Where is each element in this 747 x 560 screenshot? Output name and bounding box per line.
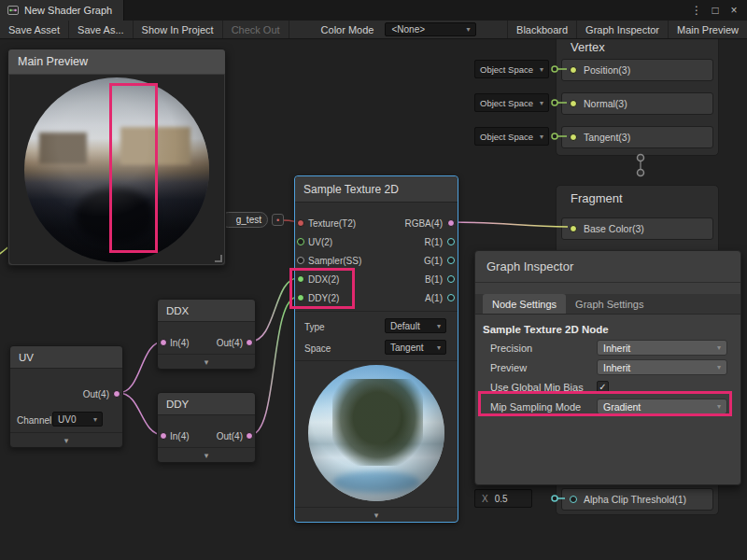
- port-label: Out(4): [217, 338, 243, 348]
- precision-dropdown[interactable]: Inherit ▾: [597, 340, 727, 356]
- alpha-clip-value-field[interactable]: X 0.5: [474, 489, 532, 508]
- toolbar-spacer: [480, 21, 507, 38]
- texture-property-port[interactable]: •: [272, 214, 284, 226]
- port-label: UV(2): [308, 237, 332, 247]
- texture-input-port[interactable]: [297, 219, 304, 227]
- type-dropdown[interactable]: Default ▾: [385, 318, 446, 333]
- type-value: Default: [390, 321, 420, 331]
- base-color-port[interactable]: [570, 225, 577, 232]
- show-in-project-button[interactable]: Show In Project: [134, 21, 223, 38]
- preview-label: Preview: [490, 362, 597, 373]
- tab-node-settings[interactable]: Node Settings: [483, 294, 566, 314]
- use-global-mip-bias-checkbox[interactable]: ✓: [597, 381, 609, 393]
- sample-texture-2d-node[interactable]: Sample Texture 2D Texture(T2) UV(2) Samp…: [294, 175, 458, 523]
- ddx-collapse-button[interactable]: ▾: [158, 354, 255, 369]
- mip-sampling-mode-dropdown[interactable]: Gradient ▾: [597, 399, 727, 414]
- texture-property-node[interactable]: g_test: [220, 212, 268, 228]
- rgba-output-port[interactable]: [447, 219, 455, 227]
- position-block-row[interactable]: Position(3): [561, 59, 713, 81]
- collapse-preview-button[interactable]: ▾: [295, 507, 458, 522]
- space-value: Tangent: [390, 343, 424, 353]
- g-output-port[interactable]: [447, 257, 455, 264]
- ddy-in-port[interactable]: [160, 432, 167, 440]
- main-preview-sphere: [24, 77, 209, 262]
- normal-block-row[interactable]: Normal(3): [561, 92, 713, 115]
- a-output-port[interactable]: [447, 294, 455, 301]
- main-preview-body: [9, 75, 224, 264]
- space-dropdown[interactable]: Tangent ▾: [385, 340, 446, 355]
- tangent-port[interactable]: [570, 133, 577, 141]
- position-space-dropdown[interactable]: Object Space ▾: [474, 60, 549, 78]
- ddy-node[interactable]: DDY In(4) Out(4) ▾: [157, 392, 256, 463]
- r-output-port[interactable]: [447, 238, 455, 245]
- vertex-block[interactable]: Vertex Position(3) Normal(3) Tangent(3): [556, 34, 719, 156]
- save-as-button[interactable]: Save As...: [69, 21, 134, 38]
- save-asset-button[interactable]: Save Asset: [0, 21, 69, 38]
- ddx-out-port[interactable]: [246, 339, 253, 346]
- normal-port[interactable]: [570, 100, 577, 107]
- ddx-input-port[interactable]: [297, 275, 304, 283]
- tab-graph-settings[interactable]: Graph Settings: [566, 294, 653, 314]
- window-menu-button[interactable]: ⋮: [687, 1, 706, 20]
- close-button[interactable]: ×: [725, 1, 743, 20]
- tangent-block-row[interactable]: Tangent(3): [561, 126, 713, 148]
- sample-texture-node-title: Sample Texture 2D: [295, 176, 458, 203]
- channel-value: UV0: [58, 414, 76, 425]
- tangent-label: Tangent(3): [584, 132, 630, 143]
- collapse-icon: ▾: [64, 436, 69, 445]
- mip-mode-label: Mip Sampling Mode: [490, 401, 597, 413]
- main-preview-button[interactable]: Main Preview: [668, 21, 747, 38]
- dot-icon: •: [276, 216, 279, 225]
- resize-grip-icon[interactable]: [215, 255, 222, 262]
- sphere-shading: [308, 365, 444, 501]
- alpha-clip-row[interactable]: Alpha Clip Threshold(1): [561, 488, 713, 511]
- graph-inspector-button[interactable]: Graph Inspector: [576, 21, 668, 38]
- channel-dropdown[interactable]: UV0 ▾: [52, 412, 103, 427]
- inspector-body: Sample Texture 2D Node Precision Inherit…: [475, 318, 740, 484]
- ddy-out-port[interactable]: [246, 432, 253, 440]
- main-preview-panel[interactable]: Main Preview: [7, 49, 226, 266]
- mip-bias-row: Use Global Mip Bias ✓: [475, 377, 740, 397]
- main-preview-title: Main Preview: [8, 49, 225, 74]
- uv-out-port[interactable]: [113, 390, 120, 398]
- texture-property-label: g_test: [236, 215, 261, 225]
- b-output-port[interactable]: [447, 275, 455, 283]
- maximize-button[interactable]: □: [706, 1, 725, 20]
- graph-inspector-panel[interactable]: Graph Inspector Node Settings Graph Sett…: [474, 250, 741, 485]
- inspector-tab-bar: Node Settings Graph Settings: [475, 294, 740, 315]
- color-mode-value: <None>: [391, 24, 425, 35]
- uv-collapse-button[interactable]: ▾: [10, 432, 122, 447]
- uv-input-port[interactable]: [297, 238, 304, 245]
- normal-label: Normal(3): [584, 98, 627, 109]
- title-bar: New Shader Graph ⋮ □ ×: [0, 0, 747, 21]
- ddy-collapse-button[interactable]: ▾: [158, 447, 255, 462]
- base-color-row[interactable]: Base Color(3): [561, 217, 713, 240]
- toolbar: Save Asset Save As... Show In Project Ch…: [0, 21, 747, 39]
- alpha-clip-port[interactable]: [570, 496, 577, 503]
- ddy-node-title: DDY: [158, 393, 255, 415]
- shader-graph-window: Vertex Position(3) Normal(3) Tangent(3) …: [0, 0, 747, 560]
- uv-node-title: UV: [10, 346, 122, 369]
- shader-graph-icon: [7, 5, 19, 16]
- tangent-space-dropdown[interactable]: Object Space ▾: [474, 127, 549, 146]
- document-tab[interactable]: New Shader Graph: [0, 0, 124, 21]
- window-controls: ⋮ □ ×: [687, 1, 747, 20]
- ddx-node[interactable]: DDX In(4) Out(4) ▾: [157, 299, 256, 370]
- sampler-input-port[interactable]: [297, 257, 304, 264]
- port-label: G(1): [424, 256, 443, 266]
- preview-dropdown[interactable]: Inherit ▾: [597, 359, 727, 375]
- position-space-value: Object Space: [480, 64, 533, 75]
- ddy-input-port[interactable]: [297, 294, 304, 301]
- ddx-in-port[interactable]: [160, 339, 167, 346]
- color-mode-dropdown[interactable]: <None> ▾: [385, 22, 476, 36]
- port-label: Sampler(SS): [308, 256, 361, 266]
- toolbar-gap: [289, 21, 314, 38]
- preview-value: Inherit: [603, 362, 630, 373]
- chevron-down-icon: ▾: [437, 322, 441, 330]
- normal-space-dropdown[interactable]: Object Space ▾: [474, 93, 549, 112]
- uv-node[interactable]: UV Out(4) Channel UV0 ▾ ▾: [9, 345, 123, 448]
- fragment-block-title: Fragment: [557, 186, 718, 205]
- chevron-down-icon: ▾: [540, 65, 543, 74]
- position-port[interactable]: [570, 66, 577, 74]
- blackboard-button[interactable]: Blackboard: [507, 21, 576, 38]
